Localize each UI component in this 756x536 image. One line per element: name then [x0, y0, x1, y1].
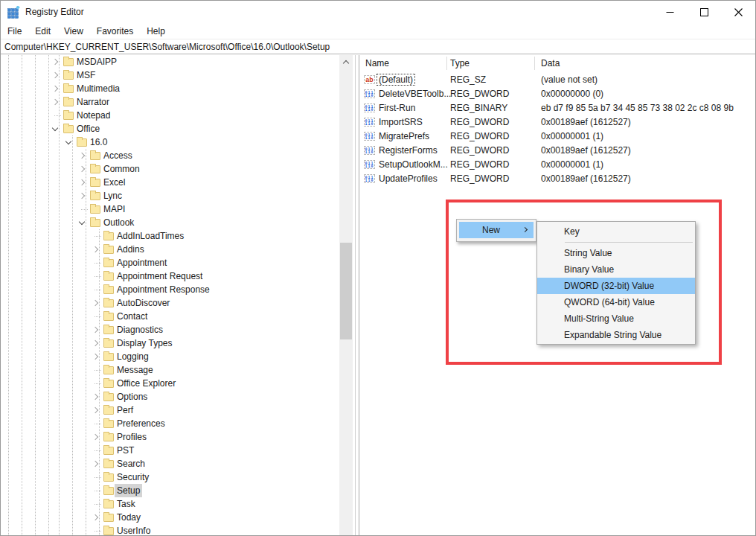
value-row-importsrs[interactable]: 011110ImportSRSREG_DWORD0x00189aef (1612… — [360, 115, 755, 130]
column-separator[interactable] — [534, 57, 535, 70]
tree-item-appointment-response[interactable]: Appointment Response — [1, 283, 339, 296]
minimize-button[interactable] — [653, 1, 687, 23]
tree-item-16-0[interactable]: 16.0 — [1, 135, 339, 149]
submenu-item-binary-value[interactable]: Binary Value — [537, 261, 695, 278]
tree-item-excel[interactable]: Excel — [1, 176, 339, 189]
title-bar: Registry Editor — [1, 1, 755, 23]
chevron-right-icon[interactable] — [92, 327, 98, 333]
folder-icon — [103, 259, 114, 267]
submenu-item-dword-32-bit-value[interactable]: DWORD (32-bit) Value — [537, 278, 695, 294]
value-row-registerforms[interactable]: 011110RegisterFormsREG_DWORD0x00189aef (… — [360, 144, 755, 158]
value-row-updateprofiles[interactable]: 011110UpdateProfilesREG_DWORD0x00189aef … — [360, 172, 755, 186]
tree-item-security[interactable]: Security — [1, 470, 339, 484]
tree-item-diagnostics[interactable]: Diagnostics — [1, 323, 339, 336]
submenu-item-multi-string-value[interactable]: Multi-String Value — [537, 310, 695, 327]
new-menu-label: New — [459, 222, 523, 238]
chevron-down-icon[interactable] — [79, 219, 85, 225]
tree-item-outlook[interactable]: Outlook — [1, 216, 339, 229]
value-row-setupoutlookm-[interactable]: 011110SetupOutlookM...REG_DWORD0x0000000… — [360, 158, 755, 172]
tree-item-pst[interactable]: PST — [1, 444, 339, 457]
tree-item-office[interactable]: Office — [1, 122, 339, 135]
tree-item-task[interactable]: Task — [1, 497, 339, 511]
chevron-right-icon[interactable] — [92, 394, 98, 400]
chevron-right-icon[interactable] — [92, 514, 98, 520]
tree-item-preferences[interactable]: Preferences — [1, 417, 339, 430]
value-name: MigratePrefs — [377, 131, 431, 141]
tree-item-options[interactable]: Options — [1, 390, 339, 403]
tree-item-message[interactable]: Message — [1, 363, 339, 377]
column-header-name[interactable]: Name — [365, 58, 389, 68]
scrollbar-thumb[interactable] — [340, 243, 352, 339]
tree-item-display-types[interactable]: Display Types — [1, 336, 339, 350]
tree-item-addinloadtimes[interactable]: AddInLoadTimes — [1, 229, 339, 243]
tree-item-label: 16.0 — [88, 135, 109, 149]
chevron-right-icon[interactable] — [92, 246, 98, 252]
tree-item-multimedia[interactable]: Multimedia — [1, 82, 339, 95]
chevron-right-icon[interactable] — [52, 86, 58, 92]
address-bar[interactable]: Computer\HKEY_CURRENT_USER\Software\Micr… — [1, 39, 755, 54]
tree-item-search[interactable]: Search — [1, 457, 339, 470]
value-row-migrateprefs[interactable]: 011110MigratePrefsREG_DWORD0x00000001 (1… — [360, 130, 755, 144]
tree-item-msdaipp[interactable]: MSDAIPP — [1, 55, 339, 68]
tree-item-lync[interactable]: Lync — [1, 189, 339, 202]
tree-vertical-scrollbar[interactable] — [339, 55, 353, 535]
tree-item-profiles[interactable]: Profiles — [1, 430, 339, 444]
tree-item-common[interactable]: Common — [1, 162, 339, 176]
tree-item-today[interactable]: Today — [1, 511, 339, 524]
chevron-right-icon[interactable] — [92, 340, 98, 346]
submenu-item-key[interactable]: Key — [537, 223, 695, 240]
tree-item-office-explorer[interactable]: Office Explorer — [1, 377, 339, 390]
tree-item-userinfo[interactable]: UserInfo — [1, 524, 339, 535]
tree-item-narrator[interactable]: Narrator — [1, 95, 339, 109]
close-button[interactable] — [721, 1, 755, 23]
tree-item-logging[interactable]: Logging — [1, 350, 339, 363]
tree-item-perf[interactable]: Perf — [1, 403, 339, 417]
chevron-right-icon[interactable] — [52, 99, 58, 105]
chevron-right-icon[interactable] — [52, 59, 58, 65]
tree-item-msf[interactable]: MSF — [1, 68, 339, 82]
tree-item-label: Perf — [115, 403, 135, 417]
submenu-item-qword-64-bit-value[interactable]: QWORD (64-bit) Value — [537, 294, 695, 310]
tree-item-appointment[interactable]: Appointment — [1, 256, 339, 269]
tree-item-addins[interactable]: Addins — [1, 243, 339, 256]
tree-item-label: Search — [115, 457, 147, 470]
menu-view[interactable]: View — [57, 24, 90, 39]
chevron-right-icon[interactable] — [92, 407, 98, 413]
submenu-item-expandable-string-value[interactable]: Expandable String Value — [537, 327, 695, 343]
chevron-right-icon[interactable] — [92, 354, 98, 360]
value-row--default-[interactable]: ab(Default)REG_SZ(value not set) — [360, 73, 755, 87]
tree-item-mapi[interactable]: MAPI — [1, 202, 339, 216]
column-header-data[interactable]: Data — [541, 58, 560, 68]
menu-file[interactable]: File — [1, 24, 28, 39]
value-row-first-run[interactable]: 011110First-RunREG_BINARYeb d7 f9 85 5a … — [360, 101, 755, 115]
tree-item-contact[interactable]: Contact — [1, 310, 339, 323]
tree-item-appointment-request[interactable]: Appointment Request — [1, 269, 339, 283]
chevron-down-icon[interactable] — [52, 125, 58, 131]
chevron-right-icon[interactable] — [79, 153, 85, 159]
tree-item-setup[interactable]: Setup — [1, 484, 339, 497]
column-separator[interactable] — [446, 57, 447, 70]
chevron-right-icon[interactable] — [79, 179, 85, 185]
value-row-deletevbetoolb-[interactable]: 011110DeleteVBEToolb...REG_DWORD0x000000… — [360, 87, 755, 101]
chevron-right-icon[interactable] — [79, 166, 85, 172]
menu-help[interactable]: Help — [140, 24, 172, 39]
chevron-right-icon[interactable] — [52, 72, 58, 78]
maximize-button[interactable] — [687, 1, 721, 23]
tree-item-autodiscover[interactable]: AutoDiscover — [1, 296, 339, 310]
tree-item-notepad[interactable]: Notepad — [1, 109, 339, 122]
submenu-item-string-value[interactable]: String Value — [537, 245, 695, 261]
chevron-right-icon[interactable] — [79, 193, 85, 199]
chevron-right-icon[interactable] — [92, 461, 98, 467]
tree-item-access[interactable]: Access — [1, 149, 339, 162]
menu-favorites[interactable]: Favorites — [90, 24, 140, 39]
value-name: RegisterForms — [377, 145, 439, 156]
chevron-right-icon[interactable] — [92, 434, 98, 440]
chevron-down-icon[interactable] — [65, 138, 71, 144]
menu-edit[interactable]: Edit — [28, 24, 57, 39]
tree-item-label: Notepad — [74, 109, 112, 122]
scrollbar-up-button[interactable] — [339, 55, 353, 68]
context-menu-item-new[interactable]: New — [459, 222, 534, 238]
chevron-right-icon[interactable] — [92, 300, 98, 306]
pane-splitter[interactable] — [359, 55, 359, 535]
column-header-type[interactable]: Type — [450, 58, 470, 68]
